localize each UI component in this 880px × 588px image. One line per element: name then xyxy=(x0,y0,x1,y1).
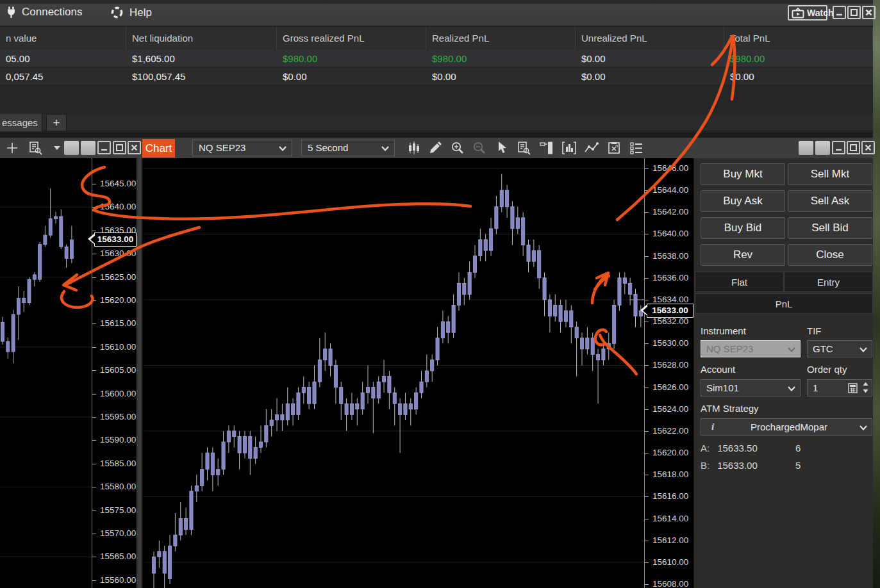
flat-tab[interactable]: Flat xyxy=(695,272,784,292)
close-button[interactable] xyxy=(862,6,876,19)
mini-chart-plot[interactable] xyxy=(0,158,92,588)
chart-style-icon[interactable] xyxy=(406,140,422,156)
axis-tick-label: 15642.00 xyxy=(652,207,688,216)
interval-select[interactable]: 5 Second xyxy=(301,140,395,156)
ask-size: 6 xyxy=(795,443,801,453)
axis-tick-label: 15615.00 xyxy=(100,318,136,328)
cursor-icon[interactable] xyxy=(494,140,510,156)
menu-connections[interactable]: Connections xyxy=(6,6,83,19)
axis-tick-label: 15626.00 xyxy=(652,382,688,392)
axis-tick-label: 15580.00 xyxy=(100,482,136,491)
properties-list-icon[interactable] xyxy=(628,140,645,156)
chevron-down-icon[interactable] xyxy=(49,140,65,156)
axis-tick xyxy=(92,277,96,278)
buy-ask-button[interactable]: Buy Ask xyxy=(701,190,785,212)
layout-square-button[interactable] xyxy=(64,141,79,155)
axis-tick-label: 15620.00 xyxy=(100,295,136,305)
main-chart-plot[interactable] xyxy=(144,158,644,588)
data-export-icon[interactable] xyxy=(27,140,44,156)
atm-strategy-select[interactable]: i ProchargedMopar xyxy=(701,418,872,436)
sell-bid-button[interactable]: Sell Bid xyxy=(788,217,872,239)
panel-close-button[interactable] xyxy=(128,141,141,154)
table-cell: $980.00 xyxy=(724,50,873,67)
column-header[interactable]: Gross realized PnL xyxy=(277,27,426,50)
panel-maximize-button[interactable] xyxy=(113,141,126,154)
zoom-out-icon[interactable] xyxy=(471,140,488,156)
tif-select[interactable]: GTC xyxy=(807,340,872,357)
minimize-button[interactable] xyxy=(833,6,846,19)
bar-chart-window-icon[interactable] xyxy=(561,140,577,156)
column-header[interactable]: n value xyxy=(0,27,126,50)
axis-tick xyxy=(92,207,96,208)
draw-pencil-icon[interactable] xyxy=(428,140,444,156)
chart-close-button[interactable] xyxy=(861,141,875,154)
help-ring-icon xyxy=(110,6,124,19)
chart-trader-panel-icon[interactable] xyxy=(538,140,555,156)
reverse-button[interactable]: Rev xyxy=(701,244,785,266)
data-export-icon[interactable] xyxy=(515,140,532,156)
axis-tick xyxy=(645,388,649,388)
trading-platform-window: Connections Help Watch xyxy=(0,0,873,588)
chart-minimize-button[interactable] xyxy=(832,141,845,154)
layout-square-button[interactable] xyxy=(815,141,830,155)
column-header[interactable]: Unrealized PnL xyxy=(576,27,724,50)
axis-tick-label: 15600.00 xyxy=(100,389,136,398)
layout-square-button[interactable] xyxy=(799,141,813,155)
sell-ask-button[interactable]: Sell Ask xyxy=(788,190,872,212)
entry-tab[interactable]: Entry xyxy=(784,272,873,292)
tab-messages[interactable]: essages xyxy=(0,114,42,131)
axis-tick-label: 15620.00 xyxy=(652,448,688,457)
instrument-select[interactable]: NQ SEP23 xyxy=(192,140,292,156)
last-price-marker: 15633.00 xyxy=(647,304,693,318)
table-cell: $0.00 xyxy=(426,68,576,85)
main-price-axis[interactable]: 15633.00 15646.0015644.0015642.0015640.0… xyxy=(644,158,693,588)
watch-button-label: Watch xyxy=(807,8,833,18)
column-header[interactable]: Net liquidation xyxy=(126,27,277,50)
account-select[interactable]: Sim101 xyxy=(701,379,801,396)
calculator-icon[interactable] xyxy=(848,383,858,393)
qty-spinner[interactable] xyxy=(862,381,869,394)
info-icon[interactable]: i xyxy=(711,419,714,435)
axis-tick xyxy=(92,580,96,581)
axis-tick xyxy=(645,234,649,234)
axis-tick-label: 15575.00 xyxy=(100,505,136,515)
window-tab-bar: essages + xyxy=(0,114,873,131)
buy-mkt-button[interactable]: Buy Mkt xyxy=(701,163,785,185)
axis-tick xyxy=(92,510,96,511)
indicators-icon[interactable] xyxy=(583,140,600,156)
strategies-icon[interactable] xyxy=(606,140,622,156)
menu-help[interactable]: Help xyxy=(110,6,152,19)
close-position-button[interactable]: Close xyxy=(788,244,872,266)
ask-price: 15633.50 xyxy=(717,443,758,453)
axis-tick-label: 15644.00 xyxy=(652,185,688,195)
table-cell: 0,057.45 xyxy=(0,68,126,85)
layout-square-button[interactable] xyxy=(81,141,95,155)
panel-minimize-button[interactable] xyxy=(97,141,111,154)
axis-tick xyxy=(92,323,96,324)
bid-price: 15633.00 xyxy=(717,460,758,471)
menu-help-label: Help xyxy=(129,6,152,19)
pnl-display[interactable]: PnL xyxy=(695,293,873,314)
watch-button[interactable]: Watch xyxy=(788,5,827,20)
chart-maximize-button[interactable] xyxy=(847,141,860,154)
title-bar: Connections Help Watch xyxy=(0,0,873,26)
axis-tick-label: 15565.00 xyxy=(100,551,136,561)
column-header[interactable]: Total PnL xyxy=(724,27,873,50)
mini-price-axis[interactable]: 15633.00 15645.0015640.0015635.0015630.0… xyxy=(92,158,137,588)
add-tab-button[interactable]: + xyxy=(46,114,67,131)
chart-area: 15633.00 15645.0015640.0015635.0015630.0… xyxy=(0,158,873,588)
quantity-stepper[interactable]: 1 xyxy=(807,379,872,396)
sell-mkt-button[interactable]: Sell Mkt xyxy=(788,163,872,185)
maximize-button[interactable] xyxy=(847,6,861,19)
buy-bid-button[interactable]: Buy Bid xyxy=(701,217,785,239)
column-header[interactable]: Realized PnL xyxy=(426,27,576,50)
add-icon[interactable] xyxy=(4,140,21,156)
last-price-marker: 15633.00 xyxy=(94,233,137,247)
axis-tick xyxy=(92,254,96,254)
chart-tab[interactable]: Chart xyxy=(142,139,175,158)
table-cell: 05.00 xyxy=(0,50,126,67)
axis-tick-label: 15610.00 xyxy=(652,557,688,567)
zoom-in-icon[interactable] xyxy=(449,140,466,156)
divider xyxy=(0,132,873,138)
chart-trader-panel: Buy Mkt Sell Mkt Buy Ask Sell Ask Buy Bi… xyxy=(693,158,873,588)
